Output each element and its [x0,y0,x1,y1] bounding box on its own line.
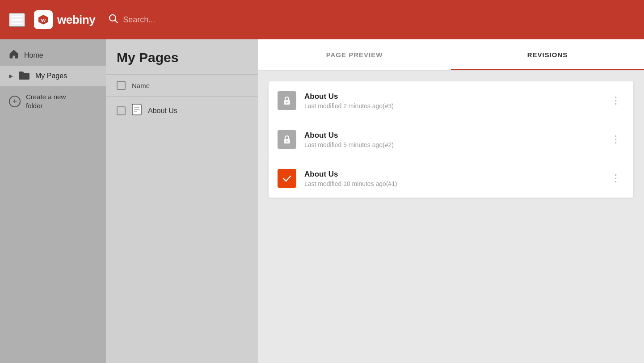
svg-point-9 [286,102,288,103]
revision-more-button[interactable]: ⋮ [607,172,624,185]
tab-page-preview[interactable]: PAGE PREVIEW [258,39,451,70]
revisions-card: About Us Last modified 2 minutes ago(#3)… [269,81,633,198]
create-folder-label: Create a new folder [26,93,66,110]
search-area [109,14,194,26]
content-area: My Pages Name About Us [106,39,258,363]
tab-revisions[interactable]: REVISIONS [451,39,644,70]
sidebar-item-home-label: Home [24,51,43,59]
revision-item: About Us Last modified 2 minutes ago(#3)… [269,81,633,120]
column-name-label: Name [132,82,150,89]
logo-text: webiny [57,13,95,27]
revision-info: About Us Last modified 10 minutes ago(#1… [304,170,599,187]
revision-subtitle: Last modified 2 minutes ago(#3) [304,102,599,110]
sidebar-item-mypages-label: My Pages [35,72,67,80]
revision-more-button[interactable]: ⋮ [607,94,624,107]
table-row[interactable]: About Us [117,97,249,125]
sidebar-item-mypages[interactable]: ▶ My Pages [0,66,106,86]
folder-icon [18,70,30,82]
create-folder-button[interactable]: + Create a new folder [0,86,106,116]
hamburger-button[interactable] [9,13,25,27]
search-icon [109,14,118,26]
revision-title: About Us [304,170,599,179]
sidebar-item-home[interactable]: Home [0,45,106,66]
chevron-right-icon: ▶ [9,73,13,79]
sidebar: Home ▶ My Pages + Create a new folder [0,39,106,363]
revision-info: About Us Last modified 2 minutes ago(#3) [304,92,599,110]
revision-locked-icon [278,130,296,149]
revisions-panel: About Us Last modified 2 minutes ago(#3)… [258,71,644,363]
tabs-bar: PAGE PREVIEW REVISIONS [258,39,644,71]
revision-locked-icon [278,91,296,110]
revision-more-button[interactable]: ⋮ [607,133,624,146]
revision-title: About Us [304,131,599,140]
top-nav: w webiny [0,0,644,39]
row-page-name: About Us [148,107,177,115]
svg-line-3 [115,20,118,23]
right-panel: PAGE PREVIEW REVISIONS [258,39,644,363]
svg-point-11 [286,141,288,142]
revision-info: About Us Last modified 5 minutes ago(#2) [304,131,599,148]
revision-subtitle: Last modified 10 minutes ago(#1) [304,180,599,187]
search-input[interactable] [123,15,194,25]
revision-title: About Us [304,92,599,101]
row-checkbox[interactable] [117,106,126,115]
select-all-checkbox[interactable] [117,81,126,90]
logo-icon: w [34,10,53,29]
table-header: Name [117,75,249,96]
main-layout: Home ▶ My Pages + Create a new folder My… [0,39,644,363]
page-title: My Pages [117,50,249,65]
page-file-icon [132,104,142,118]
revision-subtitle: Last modified 5 minutes ago(#2) [304,141,599,148]
home-icon [9,49,19,61]
plus-circle-icon: + [9,96,21,107]
svg-text:w: w [41,17,46,23]
revision-item: About Us Last modified 10 minutes ago(#1… [269,159,633,198]
logo-area: w webiny [34,10,95,29]
revision-item: About Us Last modified 5 minutes ago(#2)… [269,120,633,159]
revision-published-icon [278,169,296,188]
